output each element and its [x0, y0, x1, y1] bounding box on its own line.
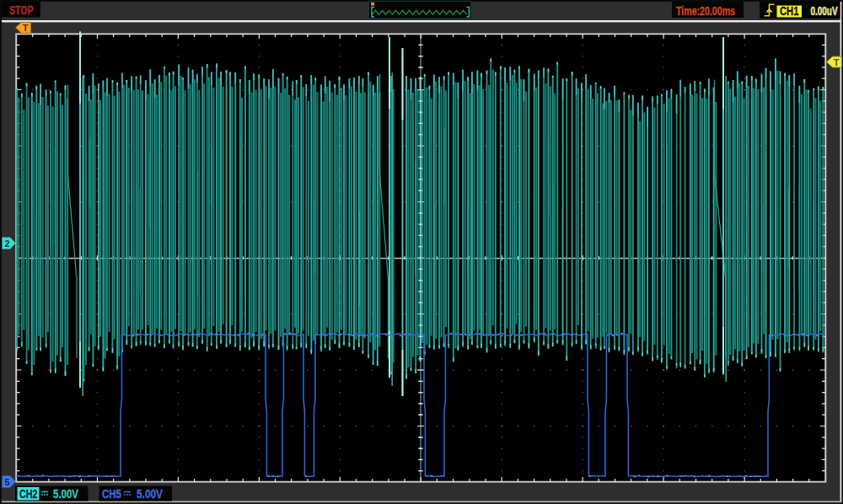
svg-text:CH5: CH5: [102, 487, 121, 501]
svg-text:CH2: CH2: [19, 487, 38, 501]
svg-text:T: T: [834, 57, 840, 67]
svg-text:CH1: CH1: [780, 4, 799, 18]
svg-text:2: 2: [4, 239, 9, 249]
svg-text:T: T: [23, 23, 29, 33]
svg-text:Time:20.00ms: Time:20.00ms: [676, 4, 735, 18]
svg-text:5: 5: [4, 477, 9, 487]
svg-text:STOP: STOP: [9, 3, 34, 17]
svg-text:0.00uV: 0.00uV: [811, 4, 838, 18]
svg-text:5.00V: 5.00V: [53, 487, 79, 501]
svg-text:5.00V: 5.00V: [137, 487, 164, 501]
